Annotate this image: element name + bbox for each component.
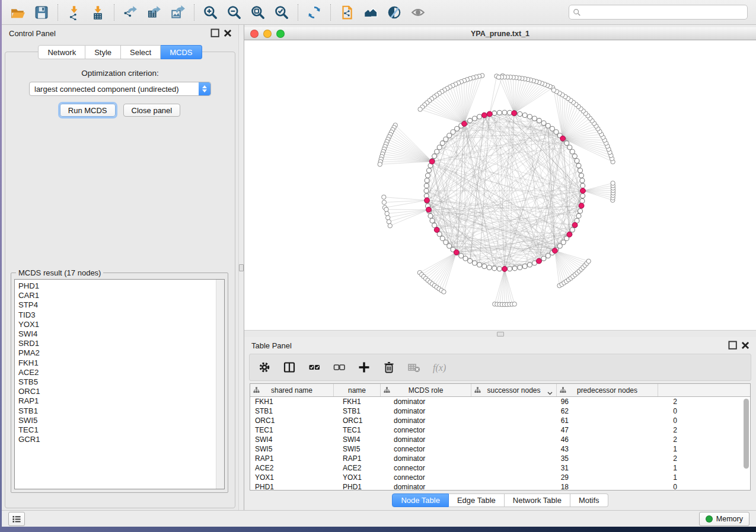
result-list-item[interactable]: SRD1 [18, 339, 224, 348]
table-cell[interactable]: dominator [389, 454, 484, 463]
table-cell[interactable]: PHD1 [250, 483, 338, 491]
table-cell[interactable]: ORC1 [338, 416, 389, 425]
tab-network-table[interactable]: Network Table [505, 493, 570, 507]
close-panel-icon[interactable] [223, 28, 232, 38]
tab-motifs[interactable]: Motifs [570, 493, 608, 507]
table-cell[interactable]: 2 [576, 454, 685, 463]
export-image-button[interactable] [168, 3, 188, 22]
result-list-item[interactable]: STB5 [18, 377, 224, 387]
table-cell[interactable]: connector [389, 473, 484, 482]
table-row[interactable]: RAP1RAP1dominator352 [250, 454, 750, 463]
first-neighbors-button[interactable] [361, 3, 381, 22]
table-cell[interactable]: STB1 [250, 407, 338, 415]
graphics-details-button[interactable] [384, 3, 404, 22]
table-cell[interactable]: 61 [484, 416, 576, 425]
table-cell[interactable]: connector [389, 445, 484, 453]
delete-row-button[interactable] [381, 360, 397, 375]
add-row-button[interactable] [356, 360, 372, 375]
import-table-button[interactable] [88, 3, 108, 22]
result-list-scrollbar[interactable] [216, 280, 224, 489]
table-cell[interactable]: 18 [484, 483, 576, 491]
table-cell[interactable]: 1 [576, 445, 685, 453]
table-cell[interactable]: 29 [484, 473, 576, 482]
table-cell[interactable]: dominator [389, 407, 484, 415]
horizontal-splitter[interactable] [244, 330, 756, 337]
network-titlebar[interactable]: YPA_prune.txt_1 [244, 27, 756, 40]
table-cell[interactable]: 47 [484, 426, 576, 434]
result-list-item[interactable]: FKH1 [18, 358, 224, 368]
memory-button[interactable]: Memory [699, 512, 749, 526]
result-list-item[interactable]: TID3 [18, 310, 224, 320]
column-header-predecessor-nodes[interactable]: predecessor nodes [557, 384, 658, 396]
tab-network[interactable]: Network [38, 45, 85, 59]
table-cell[interactable]: SWI5 [338, 445, 389, 453]
export-table-button[interactable] [144, 3, 164, 22]
table-cell[interactable]: ORC1 [250, 416, 338, 425]
tab-node-table[interactable]: Node Table [392, 493, 449, 507]
table-cell[interactable]: PHD1 [338, 483, 389, 491]
tab-select[interactable]: Select [121, 45, 161, 59]
table-cell[interactable]: 2 [576, 398, 685, 406]
search-box[interactable] [569, 5, 748, 20]
table-cell[interactable]: FKH1 [338, 398, 389, 406]
result-list-item[interactable]: ORC1 [18, 387, 224, 396]
table-cell[interactable]: 2 [576, 426, 685, 434]
deselect-all-button[interactable] [331, 360, 347, 375]
close-panel-button[interactable]: Close panel [123, 104, 181, 117]
table-scrollbar-thumb[interactable] [744, 399, 749, 469]
show-columns-button[interactable] [282, 360, 297, 375]
export-network-button[interactable] [120, 3, 141, 22]
table-cell[interactable]: 0 [576, 407, 685, 415]
table-cell[interactable]: ACE2 [338, 464, 389, 472]
table-cell[interactable]: YOX1 [338, 473, 389, 482]
result-list-item[interactable]: CAR1 [18, 291, 224, 300]
task-history-button[interactable] [8, 512, 25, 526]
table-row[interactable]: SWI4SWI4dominator462 [250, 435, 750, 444]
table-cell[interactable]: 0 [576, 483, 685, 491]
table-row[interactable]: TEC1TEC1connector472 [250, 425, 750, 435]
table-cell[interactable]: dominator [389, 483, 484, 491]
splitter-grip-icon[interactable] [497, 332, 504, 336]
table-cell[interactable]: TEC1 [250, 426, 338, 434]
table-cell[interactable]: 62 [484, 407, 576, 415]
result-list-item[interactable]: TEC1 [18, 425, 224, 435]
table-cell[interactable]: STB1 [338, 407, 389, 415]
settings-button[interactable] [257, 360, 272, 375]
table-cell[interactable]: YOX1 [250, 473, 338, 482]
result-list-item[interactable]: STP4 [18, 300, 224, 310]
vertical-splitter[interactable] [238, 25, 244, 510]
zoom-fit-button[interactable] [248, 3, 268, 22]
table-row[interactable]: ACE2ACE2connector311 [250, 463, 750, 473]
table-cell[interactable]: 96 [484, 398, 576, 406]
save-session-button[interactable] [31, 3, 52, 22]
select-all-button[interactable] [307, 360, 322, 375]
column-header-name[interactable]: name [334, 384, 381, 396]
show-hide-button[interactable] [408, 3, 428, 22]
result-list-item[interactable]: STB1 [18, 406, 224, 416]
table-cell[interactable]: 35 [484, 454, 576, 463]
table-cell[interactable]: dominator [389, 416, 484, 425]
table-cell[interactable]: 0 [576, 416, 685, 425]
table-cell[interactable]: FKH1 [250, 398, 338, 406]
splitter-grip-icon[interactable] [239, 264, 244, 271]
network-canvas[interactable] [244, 40, 756, 330]
table-cell[interactable]: 1 [576, 464, 685, 472]
tab-mcds[interactable]: MCDS [161, 45, 202, 59]
float-panel-icon[interactable] [728, 341, 738, 350]
table-cell[interactable]: connector [389, 464, 484, 472]
table-cell[interactable]: 1 [576, 473, 685, 482]
zoom-out-button[interactable] [224, 3, 244, 22]
table-cell[interactable]: 2 [576, 435, 685, 444]
search-input[interactable] [584, 8, 744, 17]
table-row[interactable]: PHD1PHD1dominator180 [250, 482, 750, 491]
table-row[interactable]: FKH1FKH1dominator962 [250, 397, 750, 406]
table-cell[interactable]: RAP1 [338, 454, 389, 463]
float-panel-icon[interactable] [210, 28, 220, 38]
result-list-item[interactable]: SWI4 [18, 329, 224, 339]
table-cell[interactable]: dominator [389, 435, 484, 444]
table-row[interactable]: ORC1ORC1dominator610 [250, 416, 750, 425]
column-header-shared-name[interactable]: shared name [250, 384, 334, 396]
table-cell[interactable]: 43 [484, 445, 576, 453]
optimization-criterion-select[interactable]: largest connected component (undirected) [29, 82, 211, 96]
tab-style[interactable]: Style [85, 45, 121, 59]
